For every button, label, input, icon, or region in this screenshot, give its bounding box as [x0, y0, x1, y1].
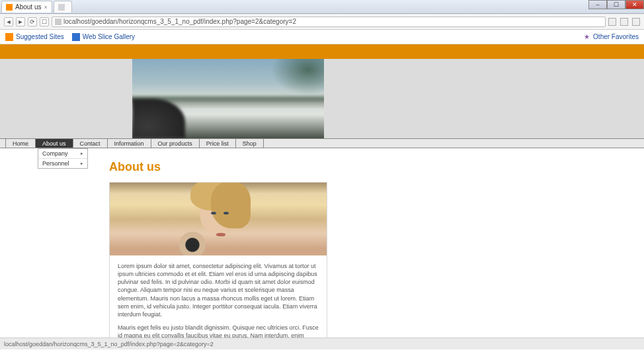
minimize-button[interactable]: –: [588, 0, 607, 9]
tools-icon[interactable]: [632, 18, 640, 26]
bookmark-label: Other Favorites: [593, 33, 639, 40]
paragraph: Lorem ipsum dolor sit amet, consectetur …: [110, 255, 327, 318]
bookmark-label: Suggested Sites: [16, 33, 64, 40]
favicon-icon: [6, 4, 13, 11]
browser-tab[interactable]: [54, 1, 72, 13]
url-bar[interactable]: localhost/goeddan/horizonqcms_3_5_1_no_p…: [52, 17, 606, 27]
bookmark-icon: [72, 33, 80, 41]
banner-detail: [132, 99, 185, 138]
header-banner: [0, 59, 644, 138]
bookmark-bar: Suggested Sites Web Slice Gallery ★ Othe…: [0, 30, 644, 44]
toolbar-right-icons: [608, 18, 640, 26]
content-image: [110, 183, 327, 255]
favicon-icon: [58, 4, 65, 11]
nav-contact[interactable]: Contact: [73, 139, 108, 148]
browser-tabs: About us ×: [0, 0, 644, 13]
site-main-nav: Home About us Contact Information Our pr…: [0, 138, 644, 148]
content-card: Lorem ipsum dolor sit amet, consectetur …: [109, 182, 327, 349]
url-text: localhost/goeddan/horizonqcms_3_5_1_no_p…: [63, 18, 296, 25]
submenu-label: Company: [42, 150, 68, 157]
stop-button[interactable]: ☐: [40, 17, 49, 26]
browser-tab-active[interactable]: About us ×: [1, 1, 52, 13]
forward-button[interactable]: ►: [16, 17, 25, 26]
content-area: About us Lorem ipsum dolor sit amet, con…: [0, 148, 644, 349]
submenu-company[interactable]: Company ▸: [38, 149, 87, 159]
banner-image: [132, 59, 324, 138]
window-title-bar: About us × – ☐ ✕: [0, 0, 644, 14]
bookmark-icon: [5, 33, 13, 41]
status-text: localhost/goeddan/horizonqcms_3_5_1_no_p…: [4, 341, 214, 347]
nav-products[interactable]: Our products: [151, 139, 200, 148]
nav-about[interactable]: About us: [36, 139, 73, 148]
maximize-button[interactable]: ☐: [607, 0, 625, 9]
chevron-right-icon: ▸: [81, 161, 83, 166]
nav-information[interactable]: Information: [108, 139, 151, 148]
image-detail: [172, 183, 264, 255]
favorites-icon[interactable]: [620, 18, 628, 26]
submenu-label: Personnel: [42, 160, 69, 167]
star-icon: ★: [583, 33, 590, 41]
window-controls: – ☐ ✕: [588, 0, 644, 9]
submenu-personnel[interactable]: Personnel ▸: [38, 159, 87, 168]
page-icon: [55, 19, 61, 25]
nav-shop[interactable]: Shop: [236, 139, 264, 148]
about-submenu: Company ▸ Personnel ▸: [38, 148, 88, 169]
nav-home[interactable]: Home: [5, 139, 36, 148]
browser-navbar: ◄ ► ⟳ ☐ localhost/goeddan/horizonqcms_3_…: [0, 14, 644, 30]
bookmark-other-favorites[interactable]: ★ Other Favorites: [583, 33, 639, 41]
header-orange-strip: [0, 44, 644, 59]
bookmark-label: Web Slice Gallery: [83, 33, 135, 40]
status-bar: localhost/goeddan/horizonqcms_3_5_1_no_p…: [0, 338, 644, 349]
page-title: About us: [109, 160, 644, 174]
nav-price-list[interactable]: Price list: [200, 139, 236, 148]
bookmark-suggested-sites[interactable]: Suggested Sites: [5, 33, 64, 41]
reload-button[interactable]: ⟳: [28, 17, 37, 26]
bookmark-web-slice[interactable]: Web Slice Gallery: [72, 33, 135, 41]
close-button[interactable]: ✕: [625, 0, 644, 9]
tab-title: About us: [15, 3, 41, 11]
page-viewport: Home About us Contact Information Our pr…: [0, 44, 644, 349]
chevron-right-icon: ▸: [81, 151, 83, 156]
home-icon[interactable]: [608, 18, 616, 26]
close-icon[interactable]: ×: [44, 4, 47, 11]
back-button[interactable]: ◄: [4, 17, 13, 26]
